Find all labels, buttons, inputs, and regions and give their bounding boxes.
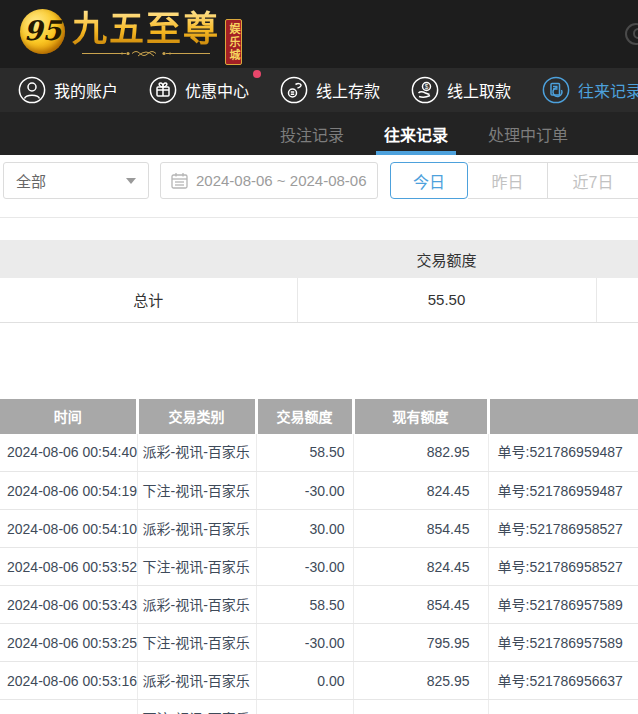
- summary-total-value: 55.50: [297, 278, 596, 322]
- cell-amount: -30.00: [256, 472, 353, 510]
- notification-dot: [253, 70, 261, 78]
- cell-order: 单号:521786956637: [488, 662, 638, 700]
- brand-badge-text: 娱乐城: [226, 23, 241, 62]
- header-type: 交易类别: [137, 399, 256, 434]
- summary-header-empty: [0, 240, 297, 278]
- cell-balance: 795.95: [353, 624, 488, 662]
- header-order: [488, 399, 638, 434]
- today-button[interactable]: 今日: [390, 162, 468, 199]
- cell-time: 2024-08-06 00:54:10: [0, 510, 137, 548]
- cell-balance: [353, 700, 488, 714]
- cell-time: 2024-08-06 00:53:43: [0, 586, 137, 624]
- table-row: 下注-视讯-百家乐: [0, 700, 638, 714]
- table-row: 2024-08-06 00:54:40 派彩-视讯-百家乐 58.50 882.…: [0, 434, 638, 472]
- nav-item-transaction-records[interactable]: 往来记录: [542, 76, 638, 104]
- cell-balance: 824.45: [353, 472, 488, 510]
- site-name: 九五至尊: [72, 9, 220, 49]
- flourish-ornament-icon: [82, 48, 210, 59]
- filter-bar: 全部 2024-08-06 ~ 2024-08-06 今日 昨日 近7日: [0, 155, 638, 218]
- logo-monogram-icon: 95: [20, 9, 65, 54]
- cell-amount: -30.00: [256, 548, 353, 586]
- cell-amount: 58.50: [256, 586, 353, 624]
- top-brand-bar: 95 九五至尊 娱乐城: [0, 0, 638, 68]
- nav-label: 优惠中心: [185, 78, 249, 102]
- cell-time: 2024-08-06 00:53:25: [0, 624, 137, 662]
- cell-amount: 0.00: [256, 662, 353, 700]
- cell-type: 下注-视讯-百家乐: [137, 472, 256, 510]
- nav-item-online-deposit[interactable]: 线上存款: [280, 76, 380, 104]
- table-row: 2024-08-06 00:53:25 下注-视讯-百家乐 -30.00 795…: [0, 624, 638, 662]
- table-row: 2024-08-06 00:53:43 派彩-视讯-百家乐 58.50 854.…: [0, 586, 638, 624]
- date-range-input[interactable]: 2024-08-06 ~ 2024-08-06: [160, 162, 378, 199]
- site-logo[interactable]: 95 九五至尊 娱乐城: [0, 0, 242, 65]
- cell-type: 派彩-视讯-百家乐: [137, 510, 256, 548]
- nav-label: 线上存款: [316, 78, 380, 102]
- type-filter-select[interactable]: 全部: [3, 162, 149, 199]
- transactions-header-row: 时间 交易类别 交易额度 现有额度: [0, 399, 638, 434]
- cell-order: 单号:521786958527: [488, 548, 638, 586]
- cell-order: 单号:521786957589: [488, 624, 638, 662]
- table-row: 2024-08-06 00:54:19 下注-视讯-百家乐 -30.00 824…: [0, 472, 638, 510]
- cell-balance: 854.45: [353, 510, 488, 548]
- yesterday-button[interactable]: 昨日: [468, 162, 548, 199]
- tab-betting-records[interactable]: 投注记录: [276, 112, 348, 155]
- cell-order: 单号:521786957589: [488, 586, 638, 624]
- cell-type: 下注-视讯-百家乐: [137, 700, 256, 714]
- transactions-table: 时间 交易类别 交易额度 现有额度 2024-08-06 00:54:40 派彩…: [0, 399, 638, 714]
- cell-time: 2024-08-06 00:53:16: [0, 662, 137, 700]
- table-row: 2024-08-06 00:53:52 下注-视讯-百家乐 -30.00 824…: [0, 548, 638, 586]
- summary-header-amount: 交易额度: [297, 240, 596, 278]
- table-row: 2024-08-06 00:54:10 派彩-视讯-百家乐 30.00 854.…: [0, 510, 638, 548]
- header-balance: 现有额度: [353, 399, 488, 434]
- cell-time: [0, 700, 137, 714]
- date-range-value: 2024-08-06 ~ 2024-08-06: [196, 172, 367, 189]
- brand-badge: 娱乐城: [225, 19, 242, 65]
- user-avatar-icon[interactable]: [625, 23, 638, 45]
- tab-transaction-records[interactable]: 往来记录: [380, 112, 452, 155]
- cell-order: 单号:521786959487: [488, 434, 638, 472]
- cell-type: 下注-视讯-百家乐: [137, 624, 256, 662]
- last-7-days-button[interactable]: 近7日: [548, 162, 638, 199]
- cell-time: 2024-08-06 00:54:40: [0, 434, 137, 472]
- cell-type: 派彩-视讯-百家乐: [137, 662, 256, 700]
- summary-header-row: 交易额度: [0, 240, 638, 278]
- cell-type: 下注-视讯-百家乐: [137, 548, 256, 586]
- quick-range-group: 今日 昨日 近7日: [390, 162, 638, 199]
- table-row: 2024-08-06 00:53:16 派彩-视讯-百家乐 0.00 825.9…: [0, 662, 638, 700]
- cell-type: 派彩-视讯-百家乐: [137, 434, 256, 472]
- type-filter-value: 全部: [16, 170, 46, 191]
- cell-time: 2024-08-06 00:53:52: [0, 548, 137, 586]
- cell-balance: 825.95: [353, 662, 488, 700]
- header-time: 时间: [0, 399, 137, 434]
- nav-label: 往来记录: [578, 78, 638, 102]
- summary-empty-cell: [596, 278, 638, 322]
- cell-order: 单号:521786959487: [488, 472, 638, 510]
- cell-amount: -30.00: [256, 624, 353, 662]
- nav-label: 线上取款: [447, 78, 511, 102]
- cell-amount: 58.50: [256, 434, 353, 472]
- deposit-icon: [280, 76, 308, 104]
- cell-order: 单号:521786958527: [488, 510, 638, 548]
- summary-total-label: 总计: [0, 278, 297, 322]
- summary-header-empty: [596, 240, 638, 278]
- records-icon: [542, 76, 570, 104]
- records-subnav: 投注记录 往来记录 处理中订单: [0, 112, 638, 155]
- calendar-icon: [171, 172, 188, 189]
- tab-processing-orders[interactable]: 处理中订单: [484, 112, 572, 155]
- cell-type: 派彩-视讯-百家乐: [137, 586, 256, 624]
- chevron-down-icon: [126, 178, 136, 184]
- nav-item-my-account[interactable]: 我的账户: [18, 76, 118, 104]
- cell-balance: 854.45: [353, 586, 488, 624]
- header-amount: 交易额度: [256, 399, 353, 434]
- cell-balance: 824.45: [353, 548, 488, 586]
- cell-order: [488, 700, 638, 714]
- transactions-body: 2024-08-06 00:54:40 派彩-视讯-百家乐 58.50 882.…: [0, 434, 638, 714]
- nav-item-online-withdrawal[interactable]: $ 线上取款: [411, 76, 511, 104]
- gift-icon: [149, 76, 177, 104]
- summary-table: 交易额度 总计 55.50: [0, 240, 638, 323]
- logo-wordmark-block: 九五至尊: [72, 9, 220, 59]
- logo-monogram-text: 95: [24, 15, 62, 46]
- cell-time: 2024-08-06 00:54:19: [0, 472, 137, 510]
- cell-balance: 882.95: [353, 434, 488, 472]
- nav-item-promotions[interactable]: 优惠中心: [149, 76, 249, 104]
